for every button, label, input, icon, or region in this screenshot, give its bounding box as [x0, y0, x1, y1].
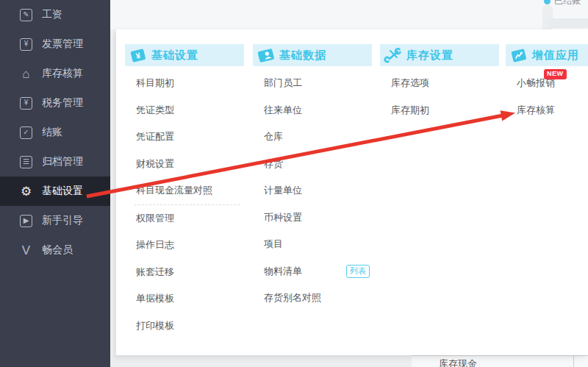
menu-item-label: 计量单位 [264, 184, 302, 197]
sidebar-item-5[interactable]: ✓结账 [0, 118, 110, 147]
menu-item-label: 往来单位 [264, 104, 302, 117]
menu-item[interactable]: 库存核算 [506, 97, 588, 124]
menu-item-label: 存货 [264, 157, 283, 171]
menu-column-header: ¥基础设置 [125, 44, 244, 66]
menu-item-label: 凭证配置 [136, 130, 174, 143]
menu-item[interactable]: 打印模板 [125, 313, 244, 340]
invoice-icon: ¥ [20, 38, 32, 51]
menu-item-label: 库存核算 [517, 104, 555, 117]
guide-icon: ▶ [20, 215, 32, 227]
menu-item-label: 物料清单 [264, 265, 302, 278]
menu-item[interactable]: 库存选项 [380, 70, 499, 97]
page-top-strip: 已结账 [110, 0, 588, 29]
sidebar-item-3[interactable]: ⌂库存核算 [0, 59, 110, 88]
menu-column-header: 基础数据 [253, 44, 372, 66]
menu-item-label: 财税设置 [136, 157, 174, 171]
menu-item[interactable]: 凭证配置 [125, 124, 244, 151]
menu-item-label: 操作日志 [136, 238, 174, 252]
period-status-badge: 已结账 [544, 0, 581, 7]
menu-item[interactable]: 权限管理 [125, 205, 244, 232]
chart-arrow-icon [509, 46, 529, 65]
menu-item[interactable]: 存货别名对照 [253, 285, 372, 312]
menu-item[interactable]: 项目 [253, 231, 372, 258]
menu-item-label: 打印模板 [136, 319, 174, 332]
yen-box-icon: ¥ [128, 46, 148, 65]
menu-item[interactable]: 计量单位 [253, 177, 372, 204]
menu-item-label: 凭证类型 [136, 104, 174, 117]
sidebar: ✎工资¥发票管理⌂库存核算¥税务管理✓结账☰归档管理⚙基础设置▶新手引导V畅会员 [0, 0, 110, 367]
sidebar-item-2[interactable]: ¥发票管理 [0, 29, 110, 59]
menu-column-1: ¥基础设置科目期初凭证类型凭证配置财税设置科目现金流量对照权限管理操作日志账套迁… [125, 44, 244, 339]
menu-item-label: 单据模板 [136, 292, 174, 305]
sidebar-item-label: 新手引导 [42, 214, 83, 227]
menu-item[interactable]: 凭证类型 [125, 97, 244, 124]
sidebar-item-7[interactable]: ⚙基础设置 [0, 177, 110, 206]
member-v-icon: V [20, 244, 32, 257]
menu-item[interactable]: 科目期初 [125, 70, 244, 97]
tax-icon: ¥ [20, 97, 32, 110]
menu-item-label: 部门员工 [264, 76, 302, 90]
menu-column-4: 增值应用小畅报销NEW库存核算 [506, 44, 588, 124]
menu-item-label: 科目现金流量对照 [136, 184, 212, 197]
menu-item-label: 仓库 [264, 130, 283, 143]
salary-icon: ✎ [20, 9, 32, 21]
wrench-tools-icon [383, 46, 404, 65]
menu-column-title: 基础设置 [151, 49, 198, 63]
warehouse-icon: ⌂ [20, 68, 32, 80]
closing-icon: ✓ [20, 127, 32, 139]
menu-item-label: 权限管理 [136, 212, 174, 225]
archive-icon: ☰ [20, 156, 32, 168]
menu-item[interactable]: 账套迁移 [125, 259, 244, 286]
mega-menu-panel: ¥基础设置科目期初凭证类型凭证配置财税设置科目现金流量对照权限管理操作日志账套迁… [116, 29, 588, 355]
menu-column-2: 基础数据部门员工往来单位仓库存货计量单位币种设置项目物料清单列表存货别名对照 [253, 44, 372, 312]
menu-item[interactable]: 往来单位 [253, 97, 372, 124]
contacts-card-icon [256, 46, 276, 65]
sidebar-item-label: 发票管理 [42, 38, 83, 51]
sidebar-item-label: 工资 [42, 8, 62, 21]
sidebar-item-8[interactable]: ▶新手引导 [0, 206, 110, 235]
menu-item-label: 库存选项 [391, 76, 429, 90]
menu-item-label: 项目 [264, 238, 283, 251]
menu-item[interactable]: 财税设置 [125, 151, 244, 178]
table-cell-zone: 库存现金 [412, 355, 588, 367]
menu-item-label: 存货别名对照 [264, 291, 321, 304]
menu-item[interactable]: 仓库 [253, 124, 372, 151]
sidebar-items: ✎工资¥发票管理⌂库存核算¥税务管理✓结账☰归档管理⚙基础设置▶新手引导V畅会员 [0, 0, 110, 265]
menu-column-title: 基础数据 [279, 49, 326, 63]
menu-item[interactable]: 操作日志 [125, 232, 244, 259]
menu-item-label: 账套迁移 [136, 266, 174, 279]
menu-item-label: 库存期初 [391, 104, 429, 117]
sidebar-item-label: 基础设置 [42, 185, 83, 198]
menu-column-3: 库存设置库存选项库存期初 [380, 44, 499, 124]
sidebar-item-label: 税务管理 [42, 96, 83, 110]
account-cell-label: 库存现金 [439, 357, 477, 367]
sidebar-item-6[interactable]: ☰归档管理 [0, 147, 110, 177]
menu-column-title: 增值应用 [532, 49, 579, 63]
sidebar-item-4[interactable]: ¥税务管理 [0, 88, 110, 118]
list-badge[interactable]: 列表 [346, 265, 370, 278]
menu-item-label: 科目期初 [136, 76, 174, 90]
menu-column-header: 库存设置 [380, 44, 499, 66]
menu-item[interactable]: 币种设置 [253, 204, 372, 232]
menu-column-header: 增值应用 [506, 44, 588, 66]
sidebar-item-label: 结账 [42, 126, 62, 139]
sidebar-item-1[interactable]: ✎工资 [0, 0, 110, 29]
page-bottom-strip: 库存现金 [110, 355, 588, 367]
new-badge: NEW [544, 69, 567, 79]
menu-item[interactable]: 库存期初 [380, 97, 499, 124]
placeholder-pill [546, 18, 588, 28]
menu-item[interactable]: 科目现金流量对照 [125, 177, 244, 204]
menu-item[interactable]: 存货 [253, 151, 372, 178]
status-dot-icon [544, 0, 551, 4]
menu-item-label: 币种设置 [264, 211, 302, 224]
sidebar-item-9[interactable]: V畅会员 [0, 235, 110, 265]
sidebar-item-label: 库存核算 [42, 67, 83, 80]
menu-item[interactable]: 物料清单列表 [253, 258, 372, 285]
table-column-divider [573, 356, 574, 367]
menu-item[interactable]: 单据模板 [125, 285, 244, 313]
sidebar-item-label: 畅会员 [42, 243, 73, 257]
sidebar-item-label: 归档管理 [42, 155, 83, 168]
gear-icon: ⚙ [20, 185, 32, 198]
menu-column-title: 库存设置 [406, 49, 453, 63]
menu-item[interactable]: 部门员工 [253, 70, 372, 97]
